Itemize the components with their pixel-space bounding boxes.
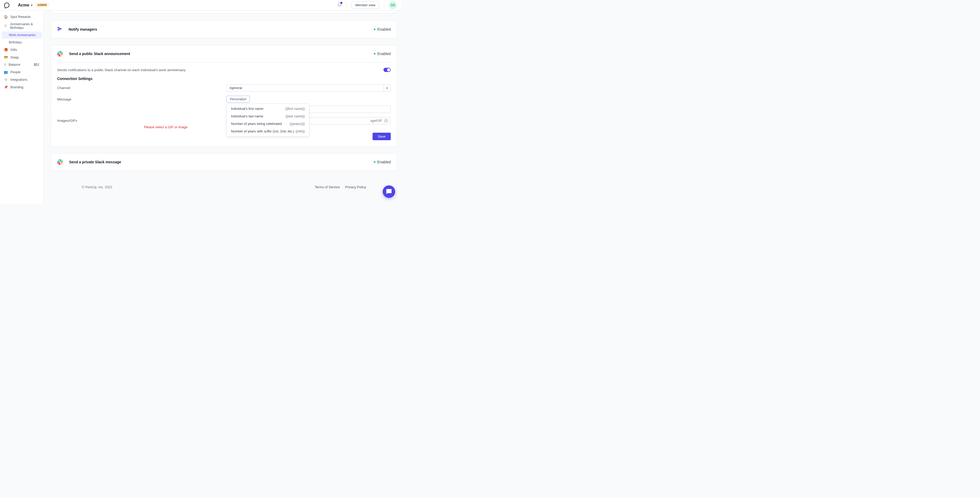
sidebar-item-work-anniversaries[interactable]: Work Anniversaries [2,32,42,39]
user-avatar[interactable]: GS [389,1,397,9]
send-icon [57,26,62,33]
card-title: Send a private Slack message [69,160,121,164]
sidebar-label: Swag [10,56,18,59]
main-content: Notify managers Enabled Send a public Sl… [44,10,401,203]
card-icon: 💳 [4,55,8,59]
card-title: Send a public Slack announcement [69,52,130,56]
gift-icon: 🎁 [4,48,8,52]
chevron-down-icon: ▾ [31,3,32,7]
card-private-slack[interactable]: Send a private Slack message Enabled [51,153,397,171]
chat-icon [386,189,392,195]
images-label: Images/GIFs [57,117,227,122]
status-pill: Enabled [374,160,391,164]
sidebar-label: Anniversaries & Birthdays [10,22,39,30]
org-switcher[interactable]: Acme ▾ [18,3,32,8]
footer-copyright: © PerkUp, Inc. 2022 [82,185,112,189]
app-logo[interactable] [4,3,10,8]
dropdown-item-years[interactable]: Number of years being celebrated {{year(… [227,120,309,127]
message-row: Message Personalize Individual's first n… [57,96,391,113]
dropdown-item-nth[interactable]: Number of years with suffix (1st, 2nd, e… [227,127,309,135]
dropdown-label: Number of years being celebrated [231,122,282,126]
card-partial [51,10,397,14]
channel-label: Channel [57,84,227,90]
card-public-slack: Send a public Slack announcement Enabled… [51,45,397,147]
personalize-button[interactable]: Personalize [227,96,250,103]
channel-row: Channel #general ▼ [57,84,391,92]
enable-toggle[interactable] [383,68,391,72]
admin-badge: ADMIN [36,3,49,7]
sidebar-item-anniversaries-birthdays[interactable]: 🗓 Anniversaries & Birthdays [2,21,42,32]
home-icon: 🏠 [4,15,8,19]
card-body: Sends notifications to a public Slack ch… [51,63,397,146]
channel-select[interactable]: #general ▼ [227,84,391,92]
sidebar-item-birthdays[interactable]: Birthdays [2,39,42,46]
sidebar-item-swag[interactable]: 💳 Swag [2,54,42,61]
dropdown-item-first-name[interactable]: Individual's first name {{first name}} [227,105,309,113]
notifications-button[interactable] [337,2,342,8]
dollar-icon: $ [4,63,6,67]
dropdown-label: Individual's last name [231,114,263,118]
sidebar-item-gifts[interactable]: 🎁 Gifts [2,46,42,54]
status-dot-icon [374,29,375,30]
notification-dot-icon [340,2,342,4]
sidebar-label: Balance [9,63,20,67]
status-pill: Enabled [374,52,391,56]
chat-widget-button[interactable] [383,186,395,198]
status-text: Enabled [377,27,391,32]
status-dot-icon [374,53,375,54]
divider [384,3,384,8]
status-dot-icon [374,161,375,163]
status-text: Enabled [377,160,391,164]
sidebar-label: People [10,70,21,74]
image-error-text: Please select a GIF or image [144,125,222,129]
sidebar-label: Spot Rewards [10,15,31,19]
save-button[interactable]: Save [372,133,391,140]
header-left: Acme ▾ ADMIN [4,3,49,8]
sidebar-item-integrations[interactable]: ⚙ Integrations [2,76,42,83]
brush-icon: 📌 [4,85,8,89]
sidebar-item-people[interactable]: 👥 People [2,68,42,76]
app-header: Acme ▾ ADMIN Member view GS [0,0,401,10]
sidebar: 🏠 Spot Rewards 🗓 Anniversaries & Birthda… [0,10,44,203]
divider [347,3,347,8]
footer-link-privacy[interactable]: Privacy Policy [345,185,366,189]
org-name: Acme [18,3,29,8]
card-header[interactable]: Send a public Slack announcement Enabled [51,45,397,62]
sidebar-label: Gifts [10,48,17,52]
sidebar-item-spot-rewards[interactable]: 🏠 Spot Rewards [2,13,42,21]
section-title: Connection Settings [57,76,391,81]
member-view-button[interactable]: Member view [352,1,379,9]
chevron-down-icon[interactable]: ▼ [383,85,390,91]
sidebar-label: Branding [10,86,23,89]
channel-value: #general [227,85,383,91]
slack-icon [57,159,63,165]
dropdown-token: {{last name}} [286,114,305,118]
footer-link-terms[interactable]: Terms of Service [315,185,340,189]
dropdown-token: {{nth}} [296,129,305,133]
personalize-dropdown: Individual's first name {{first name}} I… [227,104,309,136]
calendar-icon: 🗓 [4,24,8,28]
message-label: Message [57,96,227,101]
sidebar-label: Integrations [10,78,27,81]
dropdown-token: {{year(s)}} [290,122,305,126]
status-pill: Enabled [374,27,391,32]
sidebar-item-balance[interactable]: $ Balance $52 [2,61,42,68]
dropdown-item-last-name[interactable]: Individual's last name {{last name}} [227,113,309,120]
images-row: Images/GIFs age/GIF + Please select a GI… [57,117,391,129]
card-description: Sends notifications to a public Slack ch… [57,68,186,72]
status-text: Enabled [377,52,391,56]
balance-amount: $52 [34,63,39,67]
footer: © PerkUp, Inc. 2022 Terms of Service Pri… [51,177,397,189]
people-icon: 👥 [4,70,8,74]
dropdown-label: Number of years with suffix (1st, 2nd, e… [231,129,294,133]
gif-placeholder: age/GIF [371,119,382,122]
dropdown-label: Individual's first name [231,107,263,111]
card-title: Notify managers [68,27,97,32]
plus-icon[interactable]: + [384,119,388,122]
sidebar-item-branding[interactable]: 📌 Branding [2,83,42,91]
plug-icon: ⚙ [4,78,8,81]
slack-icon [57,51,63,57]
dropdown-token: {{first name}} [286,107,305,111]
header-right: Member view GS [337,1,397,9]
card-notify-managers[interactable]: Notify managers Enabled [51,20,397,38]
